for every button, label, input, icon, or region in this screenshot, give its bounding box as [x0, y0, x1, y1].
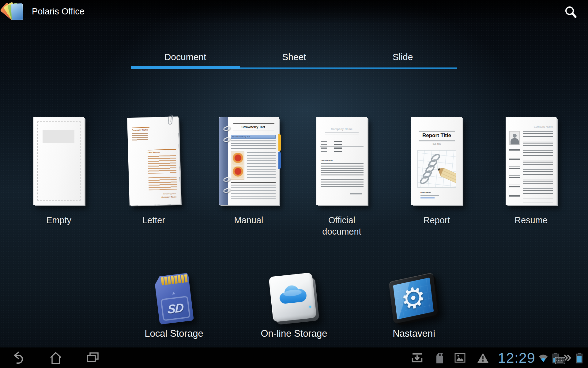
report-rule	[419, 131, 455, 132]
image-icon	[454, 352, 466, 363]
letter-greeting: Dear Morgan	[148, 151, 160, 153]
letter-company-name: Company Name	[132, 128, 148, 131]
download-notification[interactable]	[411, 352, 424, 364]
notebook-pencil-photo	[417, 150, 456, 188]
template-card-manual[interactable]: Strawberry Tart Fresh Strawberry Tart Ma…	[218, 117, 279, 246]
shortcut-settings[interactable]: ⚙ Nastavení	[359, 271, 469, 345]
back-button[interactable]	[10, 350, 26, 366]
settings-tablet-icon: ⚙	[389, 272, 439, 325]
warning-notification[interactable]	[477, 352, 489, 364]
sd-card-icon: SD	[154, 273, 194, 324]
letter-signature: Company Name	[161, 196, 176, 198]
app-title: Polaris Office	[32, 0, 85, 24]
template-thumbnail-letter: Company Name Dear Morgan Sincerely yours…	[127, 117, 180, 206]
letter-paragraph	[148, 177, 177, 190]
strawberry-tart-photo	[231, 151, 244, 180]
shortcut-online-storage[interactable]: On-line Storage	[239, 271, 349, 345]
manual-title: Strawberry Tart	[228, 125, 279, 129]
manual-highlight-row: Fresh Strawberry Tart	[231, 135, 276, 139]
status-tray: 12:29	[411, 347, 583, 368]
battery-status[interactable]	[552, 352, 559, 364]
manual-text-lines	[231, 140, 276, 150]
sd-card-status-icon	[434, 352, 444, 364]
warning-icon	[477, 352, 489, 364]
battery-icon	[576, 352, 583, 364]
home-button[interactable]	[48, 350, 64, 366]
manual-rule	[233, 123, 274, 124]
resume-company-name: Company Name	[534, 125, 553, 128]
table-row	[320, 150, 364, 153]
index-tab-yellow	[278, 134, 281, 151]
back-icon	[10, 351, 25, 365]
report-rule	[419, 140, 455, 141]
search-icon	[564, 5, 578, 19]
placeholder-title-bar	[43, 130, 74, 143]
manual-rule	[231, 182, 276, 183]
tab-strip-line	[240, 67, 457, 69]
active-tab-indicator	[131, 66, 240, 69]
official-address-lines	[325, 132, 359, 136]
table-row	[320, 147, 364, 150]
report-link-line	[420, 197, 435, 198]
template-thumbnail-empty	[33, 117, 84, 205]
recent-apps-button[interactable]	[85, 350, 100, 366]
resume-field-values	[523, 131, 553, 199]
logo-page-blue	[11, 3, 23, 20]
template-label: Empty	[32, 215, 85, 226]
shortcut-local-storage[interactable]: SD Local Storage	[119, 271, 229, 345]
template-card-empty[interactable]: Empty	[28, 117, 89, 246]
top-action-bar: Polaris Office	[0, 0, 588, 24]
template-card-official-document[interactable]: Company Name Dear Manager Official docum…	[311, 117, 372, 246]
system-navigation-bar: 12:29	[0, 347, 588, 368]
template-thumbnail-report: Report Title Sub Title	[411, 117, 462, 205]
paperclip-icon	[167, 114, 174, 126]
report-title: Report Title	[411, 132, 462, 139]
template-label: Resume	[505, 215, 557, 226]
clock[interactable]: 12:29	[498, 349, 535, 366]
wifi-status[interactable]	[538, 353, 549, 363]
sd-logo-text: SD	[168, 301, 183, 316]
template-card-letter[interactable]: Company Name Dear Morgan Sincerely yours…	[123, 117, 184, 246]
index-tab-blue	[278, 152, 281, 169]
tab-slide[interactable]: Slide	[349, 49, 457, 65]
template-card-report[interactable]: Report Title Sub Title	[406, 117, 467, 246]
template-thumbnail-resume: Company Name	[506, 117, 556, 205]
tab-document[interactable]: Document	[131, 49, 240, 65]
resume-rule	[523, 202, 553, 202]
search-button[interactable]	[563, 4, 579, 20]
recent-apps-icon	[85, 351, 100, 365]
table-row	[320, 140, 364, 143]
manual-text-lines	[231, 185, 276, 201]
official-greeting: Dear Manager	[321, 159, 333, 161]
template-label: Letter	[127, 215, 180, 226]
template-thumbnail-manual: Strawberry Tart Fresh Strawberry Tart	[219, 117, 279, 205]
manual-text-lines	[247, 152, 276, 179]
report-text-line	[420, 195, 439, 196]
polaris-office-home-screen: Polaris Office Document Sheet Slide Empt…	[0, 0, 588, 368]
home-icon	[48, 351, 63, 365]
sd-card-notification[interactable]	[434, 352, 444, 364]
template-label: Official document	[315, 215, 368, 237]
official-header-table	[320, 140, 364, 153]
letter-address-lines	[132, 133, 148, 141]
sd-arrow-mark	[172, 292, 175, 294]
official-company-name: Company Name	[316, 128, 367, 131]
shortcut-label: Local Storage	[119, 328, 229, 339]
letter-rule	[132, 127, 149, 128]
image-notification[interactable]	[454, 352, 466, 363]
shortcut-label: On-line Storage	[239, 328, 349, 339]
template-label: Manual	[222, 215, 275, 226]
template-card-resume[interactable]: Company Name Resume	[500, 117, 562, 246]
tart-image	[232, 167, 243, 178]
battery-status-secondary[interactable]	[576, 352, 583, 364]
letter-rule	[148, 149, 176, 151]
gear-icon: ⚙	[399, 282, 428, 315]
wifi-icon	[538, 353, 549, 363]
resume-field-labels	[509, 148, 520, 197]
report-subtitle: Sub Title	[411, 143, 462, 145]
manual-rule	[233, 131, 274, 131]
template-label: Report	[410, 215, 463, 226]
resume-photo-placeholder	[509, 131, 520, 145]
official-paragraph	[321, 179, 364, 188]
tab-sheet[interactable]: Sheet	[240, 49, 349, 65]
